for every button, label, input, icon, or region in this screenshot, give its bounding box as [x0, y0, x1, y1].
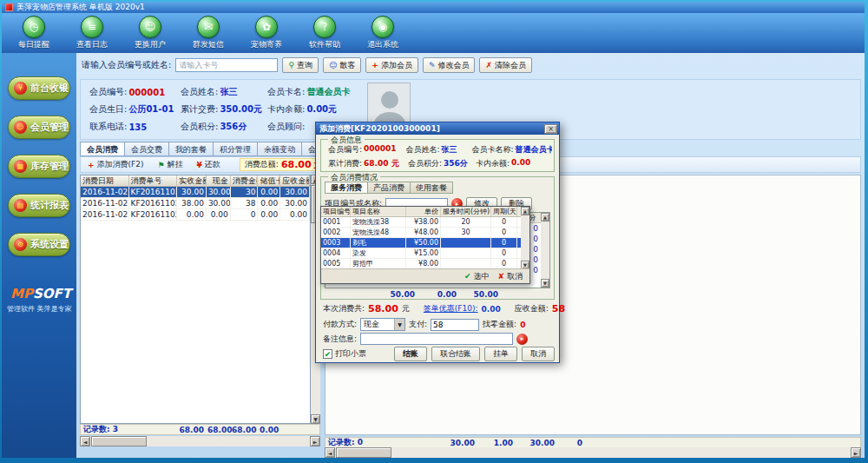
cell: 服务时间(分钟)	[441, 207, 491, 216]
picker-select-button[interactable]: ✔选中	[464, 271, 490, 282]
consume-total-value: 68.00	[281, 159, 312, 170]
checkout-button[interactable]: 结账	[394, 347, 427, 361]
consume-table-summary: 记录数: 3 68.0068.0068.000.00	[80, 424, 320, 435]
clear-member-button[interactable]: ✗清除会员	[479, 57, 532, 73]
sidebar-item-cashier[interactable]: ¥ 前台收银	[8, 76, 70, 100]
table-cell: KF2016110200	[129, 209, 178, 220]
print-receipt-checkbox[interactable]: ✔	[323, 349, 332, 359]
tab-4[interactable]: 余额变动	[258, 142, 302, 156]
picker-cancel-button[interactable]: ✘取消	[497, 271, 523, 282]
table-cell: 30.00	[280, 187, 310, 197]
add-consume-button[interactable]: +添加消费(F2)	[84, 158, 147, 172]
table-cell: ¥38.00	[406, 217, 441, 227]
dialog-title: 添加消费[KF2020100300001]	[319, 123, 440, 135]
pay-method-select[interactable]: 现金 ▼	[360, 318, 405, 331]
tab-1[interactable]: 产品消费	[368, 182, 411, 194]
card-number-input[interactable]	[175, 58, 278, 72]
query-button[interactable]: ⚲查询	[282, 57, 319, 73]
tab-2[interactable]: 我的套餐	[169, 142, 214, 156]
toolbar-button-pet-boarding[interactable]: ✿ 宠物寄养	[245, 16, 288, 50]
dialog-pay-row: 付款方式: 现金 ▼ 支付: 找零金额: 0	[323, 318, 525, 331]
tab-1[interactable]: 会员交费	[125, 142, 169, 156]
chevron-down-icon[interactable]: ▼	[394, 319, 404, 330]
table-cell	[441, 259, 491, 268]
scroll-down-icon[interactable]: ▼	[311, 414, 320, 424]
cell: 0.00	[258, 426, 280, 434]
toolbar-button-group-sms[interactable]: ✉ 群发短信	[187, 16, 230, 50]
dlg-member-name: 张三	[442, 144, 457, 155]
remark-search-icon[interactable]: ▸	[516, 334, 528, 345]
cancel-button[interactable]: 取消	[522, 347, 555, 361]
table-row[interactable]: 0001宠物洗澡38¥38.00200	[321, 217, 529, 228]
add-member-button[interactable]: +添加会员	[365, 57, 418, 73]
grid-vscrollbar[interactable]: ▲ ▼	[541, 213, 549, 288]
sum-value: 58.00	[368, 303, 398, 314]
dialog-remark-row: 备注信息: ▸	[323, 333, 528, 345]
picker-header: 项目编号项目名称单价服务时间(分钟)周期(天)	[321, 207, 529, 217]
remark-input[interactable]	[360, 333, 513, 345]
tab-3[interactable]: 积分管理	[214, 142, 258, 156]
table-cell: ¥15.00	[406, 248, 441, 258]
scroll-up-icon[interactable]: ▲	[541, 213, 549, 222]
sidebar-item-members[interactable]: ☺ 会员管理	[8, 116, 70, 139]
table-cell: 0.00	[258, 187, 280, 197]
cell: 应收金额	[280, 175, 310, 186]
scroll-left-icon[interactable]: ◄	[325, 447, 335, 458]
table-row[interactable]: 0002宠物洗澡48¥48.00300	[321, 228, 529, 238]
pay-amount-input[interactable]	[431, 319, 479, 331]
table-row[interactable]: 0004染发¥15.000	[321, 248, 529, 259]
scroll-thumb[interactable]	[336, 447, 391, 458]
unhold-button[interactable]: ⚑解挂	[154, 158, 186, 172]
table-cell: 30.00	[207, 198, 231, 208]
combine-checkout-button[interactable]: 联合结账	[431, 347, 480, 361]
cell: 项目名称	[351, 207, 406, 216]
scroll-down-icon[interactable]: ▼	[541, 279, 549, 288]
scroll-up-icon[interactable]: ▲	[521, 207, 529, 215]
toolbar-button-exit-system[interactable]: ◉ 退出系统	[361, 16, 404, 50]
tab-0[interactable]: 服务消费	[325, 182, 368, 194]
consume-total-label: 消费总额:	[245, 159, 279, 170]
table-cell: 剪指甲	[351, 259, 406, 268]
toolbar-button-view-log[interactable]: ≡ 查看日志	[70, 16, 114, 50]
repay-button[interactable]: ¥还款	[194, 158, 224, 172]
cell: 68.00	[176, 426, 206, 434]
toolbar-button-software-help[interactable]: ? 软件帮助	[303, 16, 346, 50]
picker-vscrollbar[interactable]: ▲ ▼	[521, 207, 529, 269]
scroll-right-icon[interactable]: ►	[310, 436, 320, 446]
consume-table-header: 消费日期消费单号实收金额现金消费金额储值卡应收金额	[81, 175, 310, 187]
app-icon	[5, 3, 13, 11]
walkin-button[interactable]: ☺散客	[323, 57, 361, 73]
toolbar-button-daily-reminder[interactable]: ◷ 每日提醒	[12, 16, 56, 50]
consume-table-hscrollbar[interactable]: ◄ ►	[80, 436, 320, 446]
toolbar-button-switch-user[interactable]: ☺ 更换用户	[128, 16, 172, 50]
table-row[interactable]: 0003剃毛¥50.000	[321, 238, 529, 248]
hold-order-button[interactable]: 挂单	[484, 347, 517, 361]
reports-icon: ▤	[14, 199, 27, 212]
close-icon[interactable]: ×	[544, 124, 557, 134]
table-cell: 0.00	[258, 198, 280, 208]
table-row[interactable]: 2016-11-02 10:KF201611020030.0030.00300.…	[81, 187, 310, 198]
detail-table-hscrollbar[interactable]: ◄ ►	[325, 447, 861, 458]
edit-member-button[interactable]: ✎修改会员	[423, 57, 476, 73]
table-row[interactable]: 2016-11-02 10:KF201611020038.0030.00380.…	[81, 198, 310, 209]
table-cell: 2016-11-02 10:	[81, 187, 129, 197]
discount-link[interactable]: 签单优惠(F10):	[424, 303, 478, 314]
table-cell: 20	[441, 217, 491, 227]
scroll-right-icon[interactable]: ►	[851, 447, 861, 458]
consume-type-tabs: 服务消费产品消费使用套餐	[325, 182, 453, 194]
tab-2[interactable]: 使用套餐	[411, 182, 453, 194]
discount-value: 0.00	[482, 305, 501, 314]
tab-0[interactable]: 会员消费	[80, 142, 125, 156]
cell: 消费单号	[129, 175, 178, 186]
dlg-balance: 0.00	[511, 158, 530, 169]
table-cell: 0	[491, 228, 517, 237]
scroll-thumb[interactable]	[91, 436, 147, 446]
cell: 0	[556, 439, 584, 447]
scroll-left-icon[interactable]: ◄	[80, 436, 90, 446]
sidebar-item-inventory[interactable]: ▦ 库存管理	[8, 155, 70, 178]
table-row[interactable]: 2016-11-02 09:KF20161102000.000.0000.000…	[81, 209, 310, 221]
view-log-icon: ≡	[81, 16, 103, 38]
table-cell	[441, 238, 491, 248]
sidebar-item-reports[interactable]: ▤ 统计报表	[8, 194, 70, 217]
sidebar-item-settings[interactable]: ⚙ 系统设置	[8, 233, 70, 256]
